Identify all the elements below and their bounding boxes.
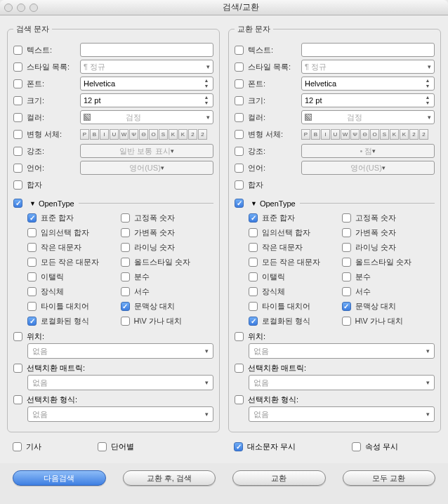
ot-checkbox[interactable] [121,228,130,237]
option-checkbox[interactable] [13,442,22,451]
ot-checkbox[interactable] [27,228,37,237]
option-checkbox[interactable] [234,442,243,451]
ot-checkbox[interactable] [249,243,258,252]
checkbox-lig[interactable] [235,180,244,190]
typestyle-btn[interactable]: B [90,129,99,140]
ot-checkbox[interactable] [342,213,351,223]
field-typeface[interactable]: PBIUWΨΘOSKK22 [301,127,435,141]
ot-checkbox[interactable] [342,228,351,237]
checkbox-emph[interactable] [13,147,22,156]
typestyle-btn[interactable]: Θ [139,129,148,140]
sub-select[interactable]: 없음▾ [249,343,435,359]
typestyle-btn[interactable]: S [380,129,389,140]
typestyle-btn[interactable]: B [311,129,320,140]
field-font[interactable]: Helvetica▲▼ [80,77,213,91]
typestyle-btn[interactable]: Ψ [129,129,138,140]
disclosure-triangle[interactable]: ▼ [29,200,36,207]
typestyle-btn[interactable]: 2 [198,129,207,140]
field-text_enable[interactable] [301,43,435,57]
sub-checkbox[interactable] [235,332,244,341]
find-next-button[interactable]: 다음검색 [13,470,106,486]
sub-checkbox[interactable] [13,364,22,373]
field-text_enable[interactable] [80,43,213,57]
ot-checkbox[interactable] [342,243,351,252]
ot-checkbox[interactable] [121,272,130,281]
checkbox-emph[interactable] [235,147,244,156]
typestyle-btn[interactable]: P [80,129,89,140]
checkbox-color[interactable] [235,113,244,122]
typestyle-btn[interactable]: W [341,129,350,140]
ot-checkbox[interactable] [342,272,351,281]
option-checkbox[interactable] [352,442,361,451]
checkbox-typeface[interactable] [13,130,22,139]
checkbox-size[interactable] [235,96,244,105]
field-lang[interactable]: 영어(US)▾ [80,161,213,175]
typestyle-btn[interactable]: O [149,129,158,140]
disclosure-triangle[interactable]: ▼ [251,200,257,207]
stepper[interactable]: ▲▼ [202,95,211,106]
typestyle-btn[interactable]: Θ [360,129,369,140]
checkbox-text_enable[interactable] [13,46,22,55]
stepper[interactable]: ▲▼ [202,78,211,89]
field-font[interactable]: Helvetica▲▼ [301,77,435,91]
typestyle-btn[interactable]: P [301,129,310,140]
checkbox-style[interactable] [235,62,244,72]
option-checkbox[interactable] [98,442,107,451]
sub-select[interactable]: 없음▾ [27,343,213,359]
typestyle-btn[interactable]: K [400,129,409,140]
typestyle-btn[interactable]: U [331,129,340,140]
ot-checkbox[interactable] [121,317,130,326]
checkbox-lang[interactable] [235,164,244,173]
typestyle-btn[interactable]: U [110,129,119,140]
ot-checkbox[interactable] [121,258,130,267]
replace-button[interactable]: 교환 [232,470,326,486]
stepper[interactable]: ▲▼ [423,78,433,89]
ot-checkbox[interactable] [121,302,130,311]
ot-checkbox[interactable] [249,213,258,223]
typestyle-btn[interactable]: Ψ [350,129,360,140]
ot-checkbox[interactable] [342,317,351,326]
ot-checkbox[interactable] [249,317,258,326]
typestyle-btn[interactable]: W [119,129,129,140]
field-emph[interactable]: • 점▾ [301,144,435,158]
ot-checkbox[interactable] [342,258,351,267]
replace-all-button[interactable]: 모두 교환 [343,470,436,486]
field-lang[interactable]: 영어(US)▾ [301,161,435,175]
ot-checkbox[interactable] [27,243,37,252]
field-color[interactable]: 검정▾ [80,110,213,124]
ot-checkbox[interactable] [27,287,37,296]
checkbox-size[interactable] [13,96,22,105]
close-icon[interactable] [4,4,13,12]
sub-checkbox[interactable] [235,395,244,404]
typestyle-btn[interactable]: I [321,129,330,140]
field-typeface[interactable]: PBIUWΨΘOSKK22 [80,127,213,141]
ot-checkbox[interactable] [27,272,37,281]
sub-checkbox[interactable] [13,332,22,341]
ot-checkbox[interactable] [27,317,37,326]
minimize-icon[interactable] [17,4,25,12]
typestyle-btn[interactable]: O [370,129,379,140]
sub-select[interactable]: 없음▾ [249,375,435,390]
sub-checkbox[interactable] [13,395,22,404]
field-color[interactable]: 검정▾ [301,110,435,124]
typestyle-btn[interactable]: S [159,129,168,140]
ot-checkbox[interactable] [121,243,130,252]
zoom-icon[interactable] [29,4,38,12]
sub-select[interactable]: 없음▾ [249,406,435,422]
field-style[interactable]: ¶ 정규▾ [301,60,435,74]
ot-checkbox[interactable] [121,287,130,296]
typestyle-btn[interactable]: 2 [409,129,419,140]
checkbox-font[interactable] [235,79,244,88]
checkbox-style[interactable] [13,62,22,72]
ot-checkbox[interactable] [342,302,351,311]
sub-select[interactable]: 없음▾ [27,406,213,422]
typestyle-btn[interactable]: I [100,129,109,140]
stepper[interactable]: ▲▼ [423,95,433,106]
ot-checkbox[interactable] [249,302,258,311]
field-size[interactable]: 12 pt▲▼ [301,93,435,107]
ot-checkbox[interactable] [27,302,37,311]
typestyle-btn[interactable]: 2 [419,129,428,140]
sub-select[interactable]: 없음▾ [27,375,213,390]
checkbox-lig[interactable] [13,180,22,190]
opentype-checkbox[interactable] [13,199,22,208]
